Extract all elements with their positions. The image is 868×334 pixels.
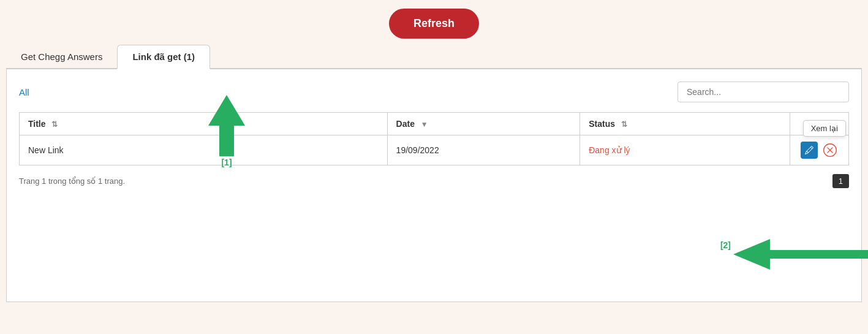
cell-date: 19/09/2022: [387, 135, 580, 165]
search-input[interactable]: [677, 82, 849, 102]
sort-icon-title[interactable]: ⇅: [51, 120, 58, 129]
action-icons: Xem lại: [799, 142, 840, 159]
delete-icon[interactable]: [821, 142, 839, 159]
cell-actions: Xem lại: [790, 135, 849, 165]
data-table: Title ⇅ Date ▼ Status ⇅ New Link 19/09/2…: [19, 112, 849, 165]
tab-get-chegg[interactable]: Get Chegg Answers: [6, 45, 117, 68]
pagination-row: Trang 1 trong tổng số 1 trang. 1: [19, 174, 849, 188]
refresh-button[interactable]: Refresh: [389, 9, 479, 39]
pagination-info: Trang 1 trong tổng số 1 trang.: [19, 176, 125, 186]
delete-tooltip-container: Xem lại: [821, 142, 839, 159]
sort-icon-status[interactable]: ⇅: [621, 120, 627, 129]
cell-title: New Link: [20, 135, 388, 165]
sort-icon-date[interactable]: ▼: [421, 120, 428, 129]
col-header-status: Status ⇅: [580, 113, 790, 135]
tab-link-da-get[interactable]: Link đã get (1): [117, 45, 210, 69]
filter-search-row: All: [19, 82, 849, 102]
table-row: New Link 19/09/2022 Đang xử lý: [20, 135, 849, 165]
edit-icon[interactable]: [801, 142, 818, 159]
filter-all[interactable]: All: [19, 87, 29, 97]
col-header-date: Date ▼: [387, 113, 580, 135]
tooltip-box: Xem lại: [803, 120, 846, 137]
main-content: All Title ⇅ Date ▼ Status ⇅: [6, 69, 862, 302]
tabs-container: Get Chegg Answers Link đã get (1): [6, 45, 862, 69]
pagination-current[interactable]: 1: [832, 174, 849, 188]
cell-status: Đang xử lý: [580, 135, 790, 165]
refresh-section: Refresh: [0, 0, 868, 45]
status-badge: Đang xử lý: [589, 145, 630, 155]
col-header-title: Title ⇅: [20, 113, 388, 135]
